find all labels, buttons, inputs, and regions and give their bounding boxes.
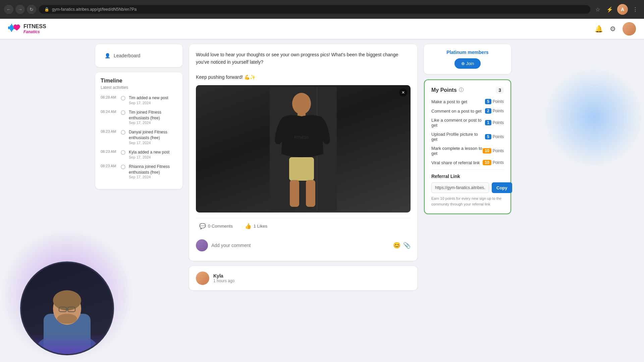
points-title-text: My Points (431, 87, 457, 93)
points-value-1: 2 Points (485, 108, 504, 114)
points-action-5: Viral share of referral link (431, 160, 483, 165)
commenter-avatar (196, 239, 208, 251)
points-header: My Points ⓘ 3 (431, 87, 504, 94)
timeline-item: 08:23 AM Rhianna joined Fitness enthusia… (101, 164, 177, 179)
timeline-date: Sep 17, 2024 (129, 101, 177, 105)
webcam-overlay (20, 261, 114, 355)
svg-rect-10 (290, 180, 299, 207)
logo-sub: Fanatics (23, 29, 46, 34)
points-label-2: Points (493, 120, 504, 125)
emoji-btn[interactable]: 😊 (393, 242, 400, 249)
timeline-content: Tim added a new post Sep 17, 2024 (129, 95, 177, 105)
close-image-btn[interactable]: ✕ (399, 88, 407, 97)
menu-btn[interactable]: ⋮ (631, 5, 640, 14)
timeline-dot (121, 150, 125, 155)
timeline-subtitle: Latest activities (101, 85, 177, 90)
svg-rect-1 (10, 25, 11, 31)
extensions-btn[interactable]: ⚡ (605, 5, 614, 14)
like-icon: 👍 (245, 223, 252, 229)
timeline-content: Kyla added a new post Sep 17, 2024 (129, 149, 177, 159)
user-avatar-nav[interactable] (623, 22, 636, 36)
logo-icon (8, 23, 20, 35)
timeline-item: 08:28 AM Tim added a new post Sep 17, 20… (101, 95, 177, 105)
like-btn[interactable]: 👍 1 Likes (241, 221, 271, 231)
points-action-2: Like a comment or post to get (431, 118, 485, 128)
points-row-post: Make a post to get 5 Points (431, 99, 504, 104)
url-text: gym-fanatics.aitribes.app/gt/feed/dN5Nb/… (52, 7, 137, 12)
leaderboard-label: Leaderboard (114, 53, 140, 58)
timeline-time: 08:24 AM (101, 110, 117, 114)
points-action-3: Upload Profile picture to get (431, 132, 485, 142)
referral-input-row: Copy (431, 182, 504, 193)
svg-text:FITNESS: FITNESS (294, 136, 309, 139)
next-post-card[interactable]: Kyla 1 hours ago (189, 266, 417, 290)
info-icon[interactable]: ⓘ (459, 87, 464, 93)
forward-btn[interactable]: → (15, 5, 25, 14)
copy-btn[interactable]: Copy (492, 182, 512, 193)
attachment-btn[interactable]: 📎 (403, 242, 411, 249)
svg-point-19 (57, 314, 77, 324)
referral-section: Referral Link Copy Earn 10 points for ev… (431, 174, 504, 207)
timeline-text: Rhianna joined Fitness enthusiasts (free… (129, 164, 177, 175)
points-value-2: 1 Points (485, 120, 504, 125)
comment-icon: 💬 (199, 223, 206, 229)
next-post-avatar (196, 272, 209, 285)
points-row-like: Like a comment or post to get 1 Points (431, 118, 504, 128)
referral-title: Referral Link (431, 174, 504, 179)
referral-link-input[interactable] (431, 182, 489, 193)
likes-count: 1 Likes (254, 224, 267, 229)
points-value-3: 5 Points (485, 134, 504, 139)
timeline-dot (121, 130, 125, 135)
back-btn[interactable]: ← (4, 5, 13, 14)
points-badge: 3 (496, 87, 504, 94)
post-text-line2: Keep pushing forward! 💪✨ (196, 74, 256, 80)
comment-tools: 😊 📎 (393, 242, 411, 249)
timeline-time: 08:28 AM (101, 95, 117, 99)
points-title: My Points ⓘ (431, 87, 464, 93)
timeline-time: 08:23 AM (101, 149, 117, 154)
timeline-date: Sep 17, 2024 (129, 155, 177, 159)
main-content: Would love to hear your thoughts or see … (189, 44, 417, 357)
points-divider (431, 169, 504, 170)
reload-btn[interactable]: ↻ (27, 5, 36, 14)
platinum-title: Platinum members (429, 50, 506, 55)
points-num-0: 5 (485, 99, 491, 104)
sidebar-nav-card: 👤 Leaderboard (95, 44, 182, 67)
timeline-date: Sep 17, 2024 (129, 141, 177, 145)
navbar-actions: 🔔 ⚙ (595, 22, 636, 36)
svg-rect-2 (11, 24, 12, 32)
post-image-container: FITNESS ✕ (196, 85, 411, 213)
notification-bell-icon[interactable]: 🔔 (595, 25, 603, 33)
bookmark-btn[interactable]: ☆ (593, 5, 602, 14)
timeline-title: Timeline (101, 78, 177, 84)
points-label-1: Points (493, 109, 504, 113)
points-label-4: Points (493, 148, 504, 153)
points-num-2: 1 (485, 120, 491, 125)
points-row-lesson: Mark complete a lesson to get 10 Points (431, 146, 504, 156)
join-btn[interactable]: ⊕ Join (454, 58, 481, 69)
timeline-text: Tim joined Fitness enthusiasts (free) (129, 110, 177, 121)
timeline-date: Sep 17, 2024 (129, 175, 177, 179)
post-image: FITNESS ✕ (196, 85, 411, 213)
points-row-referral-viral: Viral share of referral link 10 Points (431, 160, 504, 165)
comment-btn[interactable]: 💬 0 Comments (196, 221, 236, 231)
address-bar[interactable]: 🔒 gym-fanatics.aitribes.app/gt/feed/dN5N… (39, 5, 590, 14)
next-post-info: Kyla 1 hours ago (213, 273, 234, 283)
chrome-profile[interactable]: A (617, 4, 628, 15)
post-text: Would love to hear your thoughts or see … (196, 51, 411, 81)
sidebar-item-leaderboard[interactable]: 👤 Leaderboard (101, 50, 177, 62)
points-value-4: 10 Points (483, 148, 504, 154)
svg-rect-9 (289, 157, 314, 181)
timeline-text: Tim added a new post (129, 95, 177, 101)
points-label-0: Points (493, 99, 504, 104)
logo-text: FITNESS (23, 23, 46, 29)
next-post-author: Kyla (213, 273, 234, 279)
comment-input[interactable] (211, 243, 390, 248)
settings-gear-icon[interactable]: ⚙ (610, 25, 616, 33)
points-value-5: 10 Points (483, 160, 504, 165)
timeline-dot (121, 110, 125, 115)
platinum-card: Platinum members ⊕ Join (424, 44, 511, 74)
timeline-item: 08:24 AM Tim joined Fitness enthusiasts … (101, 110, 177, 125)
points-action-1: Comment on a post to get (431, 109, 485, 114)
referral-hint: Earn 10 points for every new sign up to … (431, 196, 504, 207)
